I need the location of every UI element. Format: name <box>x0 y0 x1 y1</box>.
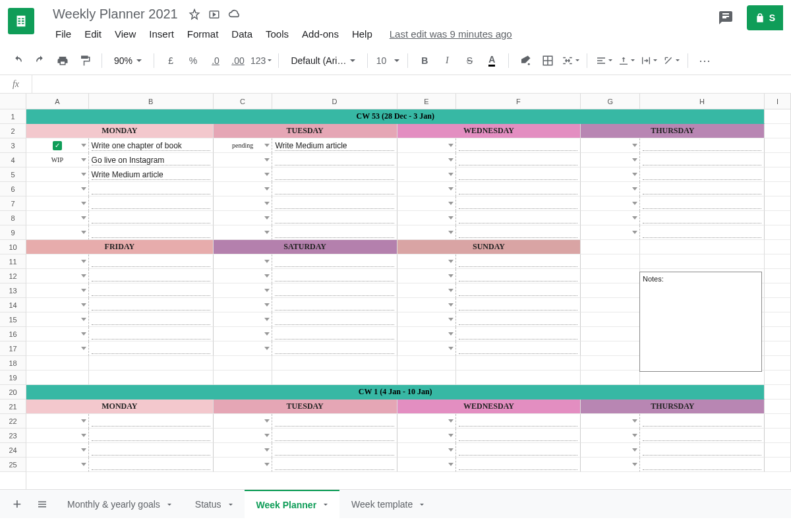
day-header-w2-monday[interactable]: MONDAY <box>26 399 214 414</box>
status-E24[interactable] <box>397 443 457 458</box>
task-F24[interactable] <box>456 443 581 458</box>
status-A4[interactable]: WIP <box>26 153 89 167</box>
task-H22[interactable] <box>640 414 765 429</box>
col-header-D[interactable]: D <box>272 94 397 109</box>
row-header-9[interactable]: 9 <box>0 225 26 240</box>
status-E22[interactable] <box>397 414 457 429</box>
row-header-6[interactable]: 6 <box>0 182 26 196</box>
task-H8[interactable] <box>640 211 765 225</box>
doc-title[interactable]: Weekly Planner 2021 <box>50 5 181 23</box>
sheet-tab-0[interactable]: Monthly & yearly goals <box>55 490 183 518</box>
cell-C19[interactable] <box>214 370 273 385</box>
cell-F19[interactable] <box>456 370 581 385</box>
star-icon[interactable] <box>189 9 200 20</box>
status-E8[interactable] <box>397 211 457 225</box>
task-B5[interactable]: Write Medium article <box>89 167 214 182</box>
cell-I18[interactable] <box>765 356 791 370</box>
status-A24[interactable] <box>26 443 89 458</box>
task-H9[interactable] <box>640 225 765 240</box>
status-E9[interactable] <box>397 225 457 240</box>
rotate-icon[interactable] <box>661 51 681 71</box>
row-header-17[interactable]: 17 <box>0 341 26 356</box>
task-D16[interactable] <box>272 327 397 341</box>
status-G3[interactable] <box>581 138 640 153</box>
cell-G10[interactable] <box>581 240 640 254</box>
task-D3[interactable]: Write Medium article <box>272 138 397 153</box>
last-edit[interactable]: Last edit was 9 minutes ago <box>390 28 512 40</box>
col-header-B[interactable]: B <box>89 94 214 109</box>
row-header-21[interactable]: 21 <box>0 399 26 414</box>
task-F15[interactable] <box>456 312 581 327</box>
undo-icon[interactable] <box>8 51 28 71</box>
row-header-25[interactable]: 25 <box>0 458 26 472</box>
cell-H11[interactable] <box>640 254 765 269</box>
task-H6[interactable] <box>640 182 765 196</box>
day-header-monday[interactable]: MONDAY <box>26 124 214 138</box>
col-header-E[interactable]: E <box>397 94 457 109</box>
status-A22[interactable] <box>26 414 89 429</box>
cell-F18[interactable] <box>456 356 581 370</box>
task-D4[interactable] <box>272 153 397 167</box>
cell-I20[interactable] <box>765 385 791 399</box>
task-F8[interactable] <box>456 211 581 225</box>
task-F12[interactable] <box>456 269 581 283</box>
comments-icon[interactable] <box>714 6 738 30</box>
row-header-24[interactable]: 24 <box>0 443 26 458</box>
task-D11[interactable] <box>272 254 397 269</box>
task-F9[interactable] <box>456 225 581 240</box>
status-G5[interactable] <box>581 167 640 182</box>
menu-view[interactable]: View <box>109 26 141 42</box>
task-H23[interactable] <box>640 429 765 443</box>
status-C9[interactable] <box>214 225 273 240</box>
more-formats[interactable]: 123 <box>250 51 272 71</box>
task-D25[interactable] <box>272 458 397 472</box>
cell-G12[interactable] <box>581 269 640 283</box>
status-C13[interactable] <box>214 283 273 298</box>
print-icon[interactable] <box>53 51 73 71</box>
more-icon[interactable]: ⋯ <box>695 51 715 71</box>
status-C3[interactable]: pending <box>214 138 273 153</box>
row-header-23[interactable]: 23 <box>0 429 26 443</box>
task-F4[interactable] <box>456 153 581 167</box>
task-B16[interactable] <box>89 327 214 341</box>
status-A16[interactable] <box>26 327 89 341</box>
task-B11[interactable] <box>89 254 214 269</box>
sheet-tab-2[interactable]: Week Planner <box>245 490 340 518</box>
dec-decimals[interactable]: .0 <box>206 51 225 71</box>
status-A6[interactable] <box>26 182 89 196</box>
cell-G16[interactable] <box>581 327 640 341</box>
redo-icon[interactable] <box>30 51 50 71</box>
status-G7[interactable] <box>581 196 640 211</box>
cell-G17[interactable] <box>581 341 640 356</box>
task-F7[interactable] <box>456 196 581 211</box>
task-B24[interactable] <box>89 443 214 458</box>
select-all-corner[interactable] <box>0 94 26 109</box>
menu-format[interactable]: Format <box>182 26 224 42</box>
task-F25[interactable] <box>456 458 581 472</box>
task-B15[interactable] <box>89 312 214 327</box>
status-E16[interactable] <box>397 327 457 341</box>
bold-button[interactable]: B <box>415 51 434 71</box>
status-G4[interactable] <box>581 153 640 167</box>
day-header-w2-tuesday[interactable]: TUESDAY <box>214 399 397 414</box>
task-B23[interactable] <box>89 429 214 443</box>
task-D13[interactable] <box>272 283 397 298</box>
status-E11[interactable] <box>397 254 457 269</box>
cell-I7[interactable] <box>765 196 791 211</box>
col-header-I[interactable]: I <box>765 94 791 109</box>
task-F23[interactable] <box>456 429 581 443</box>
status-C14[interactable] <box>214 298 273 312</box>
currency-button[interactable]: £ <box>161 51 181 71</box>
italic-button[interactable]: I <box>437 51 457 71</box>
col-header-G[interactable]: G <box>581 94 640 109</box>
task-H5[interactable] <box>640 167 765 182</box>
cell-D19[interactable] <box>272 370 397 385</box>
task-D5[interactable] <box>272 167 397 182</box>
row-header-22[interactable]: 22 <box>0 414 26 429</box>
valign-icon[interactable] <box>616 51 636 71</box>
status-A25[interactable] <box>26 458 89 472</box>
menu-file[interactable]: File <box>50 26 76 42</box>
task-H7[interactable] <box>640 196 765 211</box>
cell-B18[interactable] <box>89 356 214 370</box>
status-E17[interactable] <box>397 341 457 356</box>
